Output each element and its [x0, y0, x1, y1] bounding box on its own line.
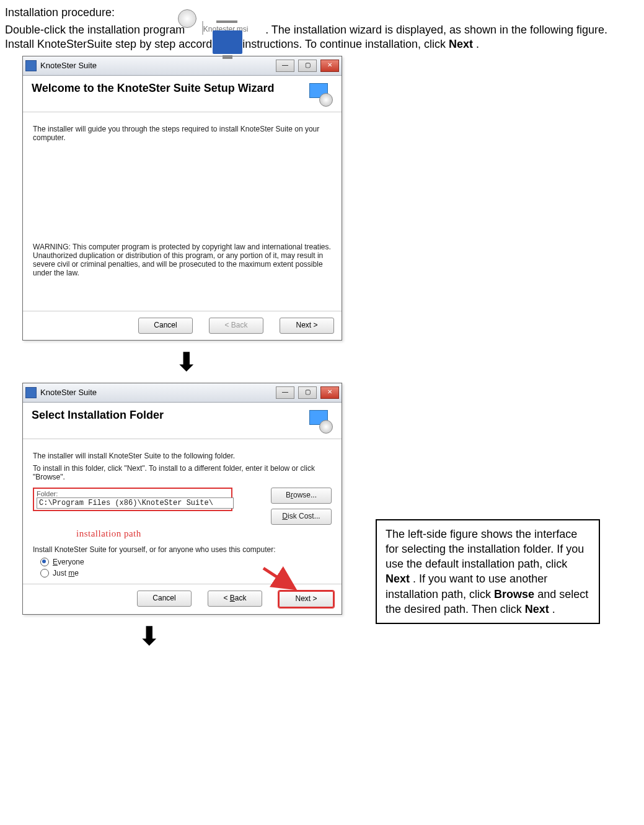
wizard1-title: KnoteSter Suite [40, 61, 97, 70]
wizard1-body: The installer will guide you through the… [23, 112, 342, 311]
back-button: < Back [209, 318, 263, 334]
installer-header-icon [306, 82, 333, 107]
wizard2-header: Select Installation Folder [23, 403, 342, 439]
close-button[interactable]: ✕ [320, 60, 339, 72]
wizard1-body-text: The installer will guide you through the… [33, 125, 332, 142]
minimize-button[interactable]: — [276, 386, 294, 399]
browse-button-label: Browse... [286, 491, 317, 499]
callout-text-1: The left-side figure shows the interface… [386, 528, 584, 571]
wizard1-titlebar[interactable]: KnoteSter Suite — ▢ ✕ [23, 56, 342, 76]
radio-everyone-label: Everyone [53, 558, 84, 566]
radio-justme[interactable]: Just me [40, 569, 332, 578]
callout-box: The left-side figure shows the interface… [376, 519, 600, 625]
maximize-button[interactable]: ▢ [298, 60, 317, 72]
intro-next-bold: Next [449, 38, 473, 50]
disk-cost-button-label: Disk Cost... [282, 512, 320, 520]
folder-highlight-box: Folder: C:\Program Files (x86)\KnoteSter… [33, 488, 232, 511]
next-button[interactable]: Next > [280, 318, 334, 334]
app-icon [25, 387, 37, 398]
wizard-welcome-window: KnoteSter Suite — ▢ ✕ Welcome to the Kno… [22, 56, 342, 341]
close-button[interactable]: ✕ [320, 386, 339, 399]
wizard1-heading: Welcome to the KnoteSter Suite Setup Wiz… [32, 82, 275, 95]
wizard2-title: KnoteSter Suite [40, 388, 97, 397]
doc-heading: Installation procedure: [5, 5, 639, 20]
wizard2-heading: Select Installation Folder [32, 409, 164, 422]
wizard2-titlebar[interactable]: KnoteSter Suite — ▢ ✕ [23, 383, 342, 403]
wizard1-warning-text: WARNING: This computer program is protec… [33, 243, 332, 277]
back-button[interactable]: < Back [208, 591, 262, 607]
browse-button[interactable]: Browse... [271, 488, 332, 504]
cancel-button[interactable]: Cancel [138, 318, 193, 334]
down-arrow-icon: ⬇ [0, 623, 351, 648]
folder-input[interactable]: C:\Program Files (x86)\KnoteSter Suite\ [37, 497, 234, 509]
cancel-button[interactable]: Cancel [137, 591, 192, 607]
installation-path-caption: installation path [76, 528, 332, 539]
installer-icon [202, 21, 203, 35]
install-scope-prompt: Install KnoteSter Suite for yourself, or… [33, 545, 332, 554]
wizard2-body: The installer will install KnoteSter Sui… [23, 439, 342, 584]
wizard2-body-text2: To install in this folder, click "Next".… [33, 464, 332, 481]
maximize-button[interactable]: ▢ [298, 386, 317, 399]
radio-icon [40, 569, 49, 578]
folder-label: Folder: [37, 490, 229, 497]
wizard2-body-text1: The installer will install KnoteSter Sui… [33, 452, 332, 460]
app-icon [25, 60, 37, 71]
down-arrow-icon: ⬇ [22, 349, 351, 374]
intro-text-c: . [476, 38, 479, 50]
wizard1-footer: Cancel < Back Next > [23, 311, 342, 340]
callout-bold-next1: Next [386, 573, 410, 585]
wizard2-footer: Cancel < Back Next > [23, 584, 342, 614]
intro-text-a: Double-click the installation program [5, 24, 188, 36]
radio-icon [40, 558, 49, 566]
callout-bold-next2: Next [525, 603, 549, 615]
intro-paragraph: Double-click the installation program Kn… [5, 22, 639, 50]
wizard1-header: Welcome to the KnoteSter Suite Setup Wiz… [23, 76, 342, 112]
installer-header-icon [306, 409, 333, 434]
callout-bold-browse: Browse [494, 588, 534, 600]
minimize-button[interactable]: — [276, 60, 294, 72]
callout-text-4: . [552, 603, 555, 615]
wizard-folder-window: KnoteSter Suite — ▢ ✕ Select Installatio… [22, 383, 342, 615]
radio-everyone[interactable]: Everyone [40, 558, 332, 566]
next-button[interactable]: Next > [278, 591, 334, 608]
disk-cost-button[interactable]: Disk Cost... [271, 509, 332, 525]
radio-justme-label: Just me [53, 569, 79, 578]
msi-file-icon: Knotester.msi [192, 22, 258, 35]
